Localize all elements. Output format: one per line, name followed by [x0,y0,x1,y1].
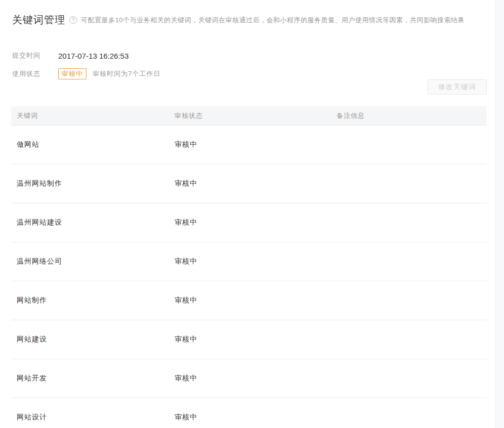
table-row: 温州网站建设审核中 [11,203,487,242]
submit-time-label: 提交时间 [12,51,58,60]
usage-status-label: 使用状态 [12,69,58,78]
keyword-cell: 网站设计 [11,413,169,422]
column-header-remark: 备注信息 [331,111,487,120]
status-cell: 审核中 [169,140,331,149]
keyword-cell: 做网站 [11,140,169,149]
status-note: 审核时间为7个工作日 [93,69,160,78]
table-row: 网站建设审核中 [11,320,487,359]
table-header-row: 关键词 审核状态 备注信息 [11,106,487,125]
column-header-keyword: 关键词 [11,111,169,120]
keyword-cell: 温州网络公司 [11,257,169,266]
table-body: 做网站审核中温州网站制作审核中温州网站建设审核中温州网络公司审核中网站制作审核中… [11,125,487,428]
submit-time-row: 提交时间 2017-07-13 16:26:53 [12,50,129,62]
keyword-cell: 温州网站制作 [11,179,169,188]
page-description: 可配置最多10个与业务相关的关键词，关键词在审核通过后，会和小程序的服务质量、用… [81,16,465,25]
table-row: 温州网站制作审核中 [11,164,487,203]
edit-keywords-button[interactable]: 修改关键词 [428,79,487,95]
table-row: 做网站审核中 [11,125,487,164]
status-badge: 审核中 [58,68,87,79]
keyword-table: 关键词 审核状态 备注信息 做网站审核中温州网站制作审核中温州网站建设审核中温州… [11,106,487,428]
keyword-cell: 网站开发 [11,374,169,383]
scrollbar-track[interactable] [495,0,504,428]
keyword-cell: 温州网站建设 [11,218,169,227]
page-header: 关键词管理 ? 可配置最多10个与业务相关的关键词，关键词在审核通过后，会和小程… [12,13,465,27]
table-row: 网站设计审核中 [11,398,487,428]
status-cell: 审核中 [169,179,331,188]
status-cell: 审核中 [169,335,331,344]
page-title: 关键词管理 [12,13,65,27]
submit-time-value: 2017-07-13 16:26:53 [58,52,129,60]
status-cell: 审核中 [169,374,331,383]
table-row: 温州网络公司审核中 [11,242,487,281]
table-row: 网站制作审核中 [11,281,487,320]
keyword-cell: 网站建设 [11,335,169,344]
keyword-cell: 网站制作 [11,296,169,305]
status-cell: 审核中 [169,257,331,266]
status-cell: 审核中 [169,218,331,227]
table-row: 网站开发审核中 [11,359,487,398]
status-cell: 审核中 [169,296,331,305]
help-icon[interactable]: ? [69,16,77,24]
column-header-status: 审核状态 [169,111,331,120]
status-cell: 审核中 [169,413,331,422]
usage-status-row: 使用状态 审核中 审核时间为7个工作日 [12,68,160,80]
